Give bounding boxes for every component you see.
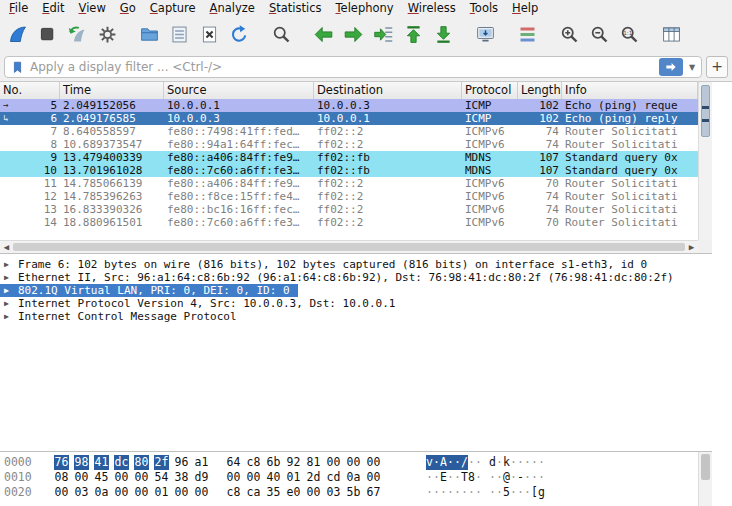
destination-cell: ff02::fb bbox=[314, 164, 462, 177]
source-cell: fe80::94a1:64ff:fec… bbox=[164, 138, 314, 151]
start-capture-button[interactable] bbox=[4, 21, 30, 49]
detail-row-2[interactable]: ▶802.1Q Virtual LAN, PRI: 0, DEI: 0, ID:… bbox=[0, 284, 712, 297]
length-cell: 102 bbox=[518, 112, 562, 125]
scroll-left-arrow-icon[interactable]: ◀ bbox=[0, 241, 13, 253]
reload-file-button[interactable] bbox=[226, 21, 252, 49]
auto-scroll-button[interactable] bbox=[472, 21, 498, 49]
detail-row-0[interactable]: ▶Frame 6: 102 bytes on wire (816 bits), … bbox=[0, 258, 712, 271]
destination-cell: ff02::2 bbox=[314, 177, 462, 190]
scrollbar-thumb[interactable] bbox=[13, 243, 685, 251]
menu-go[interactable]: Go bbox=[113, 1, 143, 15]
menu-tools[interactable]: Tools bbox=[463, 1, 505, 15]
stop-capture-button[interactable] bbox=[34, 21, 60, 49]
zoom-in-button[interactable] bbox=[556, 21, 582, 49]
info-cell: Standard query 0x bbox=[562, 164, 698, 177]
hex-row-0010[interactable]: 001008004500005438d9000040012dcd0a00··E·… bbox=[4, 470, 712, 485]
packet-bytes-scrollbar[interactable] bbox=[698, 452, 712, 506]
packet-row-8[interactable]: 810.689373547fe80::94a1:64ff:fec…ff02::2… bbox=[0, 138, 698, 151]
resize-columns-button[interactable] bbox=[658, 21, 684, 49]
info-cell: Router Solicitati bbox=[562, 203, 698, 216]
packet-list-vertical-scrollbar[interactable] bbox=[698, 82, 712, 240]
go-to-packet-button[interactable] bbox=[370, 21, 396, 49]
hex-row-0000[interactable]: 0000769841dc802f96a164c86b9281000000v·A·… bbox=[4, 455, 712, 470]
packet-row-13[interactable]: 1316.833390326fe80::bc16:16ff:fec…ff02::… bbox=[0, 203, 698, 216]
packet-row-6[interactable]: ↳62.04917658510.0.0.310.0.0.1ICMP102Echo… bbox=[0, 112, 698, 125]
close-file-button[interactable] bbox=[196, 21, 222, 49]
time-cell: 2.049176585 bbox=[60, 112, 164, 125]
packet-list-body: →52.04915205610.0.0.110.0.0.3ICMP102Echo… bbox=[0, 99, 698, 240]
filter-placeholder-text: Apply a display filter ... <Ctrl-/> bbox=[27, 60, 659, 74]
menu-capture[interactable]: Capture bbox=[143, 1, 203, 15]
filter-bookmark-icon[interactable] bbox=[7, 58, 27, 76]
scrollbar-thumb[interactable] bbox=[701, 454, 710, 480]
add-filter-expression-button[interactable]: + bbox=[706, 56, 728, 78]
go-forward-button[interactable] bbox=[340, 21, 366, 49]
no-cell: ↳6 bbox=[0, 112, 60, 125]
menu-statistics[interactable]: Statistics bbox=[262, 1, 329, 15]
source-cell: fe80::7c60:a6ff:fe3… bbox=[164, 164, 314, 177]
no-cell: 14 bbox=[0, 216, 60, 229]
packet-row-12[interactable]: 1214.785396263fe80::f8ce:15ff:fe4…ff02::… bbox=[0, 190, 698, 203]
detail-row-4[interactable]: ▶Internet Control Message Protocol bbox=[0, 310, 712, 323]
save-file-button[interactable] bbox=[166, 21, 192, 49]
capture-options-button[interactable] bbox=[94, 21, 120, 49]
protocol-cell: ICMPv6 bbox=[462, 138, 518, 151]
expand-arrow-icon[interactable]: ▶ bbox=[4, 310, 18, 323]
detail-row-3[interactable]: ▶Internet Protocol Version 4, Src: 10.0.… bbox=[0, 297, 712, 310]
menu-view[interactable]: View bbox=[72, 1, 113, 15]
no-cell: 7 bbox=[0, 125, 60, 138]
column-header-protocol[interactable]: Protocol bbox=[462, 82, 518, 99]
colorize-button[interactable] bbox=[514, 21, 540, 49]
open-file-button[interactable] bbox=[136, 21, 162, 49]
go-last-packet-button[interactable] bbox=[430, 21, 456, 49]
display-filter-input[interactable]: Apply a display filter ... <Ctrl-/> ▼ bbox=[4, 56, 702, 78]
column-header-destination[interactable]: Destination bbox=[314, 82, 462, 99]
packet-row-7[interactable]: 78.640558597fe80::7498:41ff:fed…ff02::2I… bbox=[0, 125, 698, 138]
menu-telephony[interactable]: Telephony bbox=[328, 1, 400, 15]
info-cell: Echo (ping) reque bbox=[562, 99, 698, 112]
filter-toolbar: Apply a display filter ... <Ctrl-/> ▼ + bbox=[0, 53, 732, 82]
menu-wireless[interactable]: Wireless bbox=[401, 1, 463, 15]
packet-row-10[interactable]: 1013.701961028fe80::7c60:a6ff:fe3…ff02::… bbox=[0, 164, 698, 177]
protocol-cell: ICMPv6 bbox=[462, 177, 518, 190]
packet-row-9[interactable]: 913.479400339fe80::a406:84ff:fe9…ff02::f… bbox=[0, 151, 698, 164]
menu-analyze[interactable]: Analyze bbox=[203, 1, 262, 15]
column-header-info[interactable]: Info bbox=[562, 82, 698, 99]
time-cell: 8.640558597 bbox=[60, 125, 164, 138]
hex-ascii: ··E··T8···@·-··· bbox=[426, 470, 545, 484]
apply-filter-button[interactable] bbox=[659, 58, 683, 76]
destination-cell: ff02::2 bbox=[314, 125, 462, 138]
scroll-right-arrow-icon[interactable]: ▶ bbox=[685, 241, 698, 253]
source-cell: fe80::a406:84ff:fe9… bbox=[164, 177, 314, 190]
menu-file[interactable]: File bbox=[2, 1, 35, 15]
column-header-source[interactable]: Source bbox=[164, 82, 314, 99]
restart-capture-button[interactable] bbox=[64, 21, 90, 49]
length-cell: 70 bbox=[518, 216, 562, 229]
packet-row-11[interactable]: 1114.785066139fe80::a406:84ff:fe9…ff02::… bbox=[0, 177, 698, 190]
protocol-cell: ICMPv6 bbox=[462, 125, 518, 138]
detail-row-1[interactable]: ▶Ethernet II, Src: 96:a1:64:c8:6b:92 (96… bbox=[0, 271, 712, 284]
packet-row-14[interactable]: 1418.880961501fe80::7c60:a6ff:fe3…ff02::… bbox=[0, 216, 698, 229]
hex-row-0020[interactable]: 002000030a0000010000c8ca35e000035b67····… bbox=[4, 485, 712, 500]
scrollbar-thumb[interactable] bbox=[701, 85, 710, 137]
menu-edit[interactable]: Edit bbox=[35, 1, 71, 15]
menu-help[interactable]: Help bbox=[505, 1, 545, 15]
go-first-packet-button[interactable] bbox=[400, 21, 426, 49]
packet-row-5[interactable]: →52.04915205610.0.0.110.0.0.3ICMP102Echo… bbox=[0, 99, 698, 112]
zoom-out-button[interactable] bbox=[586, 21, 612, 49]
expand-arrow-icon[interactable]: ▶ bbox=[4, 271, 18, 284]
packet-list-header: No.TimeSourceDestinationProtocolLengthIn… bbox=[0, 82, 698, 100]
info-cell: Router Solicitati bbox=[562, 190, 698, 203]
column-header-length[interactable]: Length bbox=[518, 82, 562, 99]
expand-arrow-icon[interactable]: ▶ bbox=[4, 258, 18, 271]
column-header-time[interactable]: Time bbox=[60, 82, 164, 99]
filter-dropdown-chevron-icon[interactable]: ▼ bbox=[685, 63, 699, 72]
packet-list-horizontal-scrollbar[interactable]: ◀ ▶ bbox=[0, 240, 698, 253]
time-cell: 13.479400339 bbox=[60, 151, 164, 164]
expand-arrow-icon[interactable]: ▶ bbox=[4, 297, 18, 310]
find-packet-button[interactable] bbox=[268, 21, 294, 49]
go-back-button[interactable] bbox=[310, 21, 336, 49]
zoom-reset-button[interactable]: 1:1 bbox=[616, 21, 642, 49]
column-header-no[interactable]: No. bbox=[0, 82, 60, 99]
expand-arrow-icon[interactable]: ▶ bbox=[4, 284, 18, 297]
